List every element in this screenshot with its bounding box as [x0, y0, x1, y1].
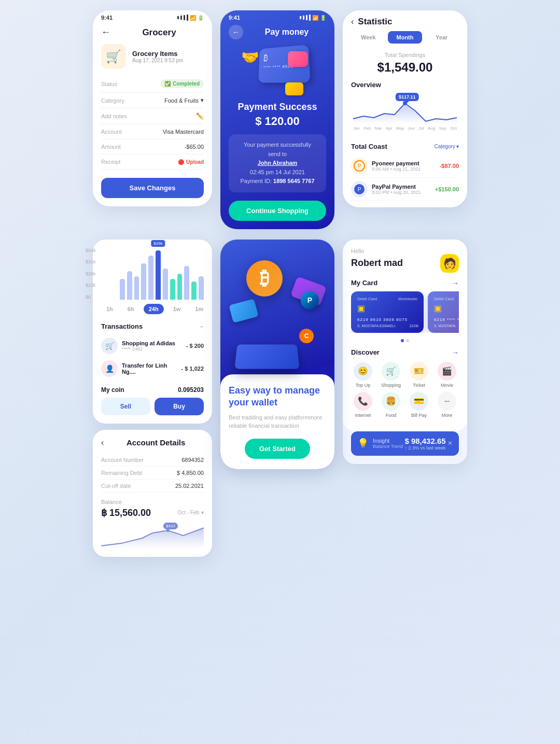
account-header: ‹ Account Details	[101, 438, 204, 447]
billpay-icon: 💳	[410, 392, 428, 411]
time-tab-1w[interactable]: 1w	[168, 304, 186, 314]
y-label-54k: $54k	[86, 248, 96, 253]
discover-billpay[interactable]: 💳 Bill Pay	[407, 392, 431, 418]
pyoneer-amount: -$87.00	[440, 163, 459, 169]
save-changes-button[interactable]: Save Changes	[101, 178, 204, 198]
total-spendings-amount: $1,549.00	[351, 60, 459, 75]
see-all-button[interactable]: →	[199, 324, 204, 329]
my-coin-value: 0.095203	[178, 386, 204, 394]
time-tab-1m[interactable]: 1m	[190, 304, 208, 314]
dashboard-name: Robert mad	[351, 258, 403, 269]
bar-tooltip: $26k	[151, 240, 165, 247]
continue-shopping-button[interactable]: Continue Shopping	[229, 201, 326, 221]
check-icon: ✅	[164, 81, 171, 87]
tab-year[interactable]: Year	[424, 31, 459, 44]
pay-info-text: Your payment successfully send to	[244, 142, 311, 157]
insight-info: Insight Balance Trend	[373, 438, 403, 449]
insight-change: ↑ 2.3% vs last week	[404, 445, 445, 451]
time-tab-24h[interactable]: 24h	[144, 304, 164, 314]
pay-money-screen: 9:41 📶 🔋 ← Pay money ₿ **** **** 4521	[220, 10, 334, 229]
signal-bar-3	[184, 15, 185, 20]
blue-platform	[234, 344, 299, 369]
more-icon: ···	[438, 392, 456, 411]
line-chart: $117.11 Jan Feb Mar Ap	[351, 93, 459, 134]
card-holder-2: S. MOSTAFA	[434, 324, 459, 328]
time-tab-1h[interactable]: 1h	[101, 304, 118, 314]
my-card-arrow[interactable]: →	[452, 279, 459, 287]
adidas-icon: 🛒	[101, 338, 118, 354]
discover-food[interactable]: 🍔 Food	[379, 392, 403, 418]
discover-topup[interactable]: 😊 Top Up	[351, 362, 375, 388]
wallet-tagline: Easy way to manage your wallet	[229, 385, 326, 409]
ticket-icon: 🎫	[410, 362, 428, 381]
card-chip-1: ▣	[357, 303, 417, 313]
tab-week[interactable]: Week	[351, 31, 386, 44]
balance-row: ฿ 15,560.00 Oct - Feb ▾	[101, 507, 204, 518]
bar-11	[191, 282, 197, 300]
pay-info-box: Your payment successfully send to John A…	[229, 134, 326, 192]
wifi-icon: 📶	[190, 15, 196, 21]
stat-title: Statistic	[358, 17, 392, 27]
grocery-item-date: Aug 17, 2021 9:53 pm	[132, 58, 183, 63]
discover-arrow[interactable]: →	[452, 348, 459, 357]
upload-badge[interactable]: 🔴 Upload	[178, 159, 204, 165]
back-arrow-icon[interactable]: ←	[101, 27, 110, 38]
category-value: Food & Fruits ▾	[164, 97, 204, 104]
account-back-icon[interactable]: ‹	[101, 438, 104, 447]
sell-button[interactable]: Sell	[101, 398, 150, 415]
get-started-button[interactable]: Get Started	[245, 439, 310, 459]
insight-bar[interactable]: 💡 Insight Balance Trend $ 98,432.65 ↑ 2.…	[351, 431, 459, 456]
discover-more[interactable]: ··· More	[435, 392, 459, 418]
dropdown-icon[interactable]: ▾	[201, 97, 204, 104]
category-row: Category Food & Fruits ▾	[101, 93, 204, 108]
bar-4	[141, 263, 146, 300]
chart-label-jan: Jan	[353, 126, 360, 131]
internet-icon: 📞	[354, 392, 372, 411]
insight-left: 💡 Insight Balance Trend	[357, 438, 403, 449]
adidas-amount: - $ 200	[186, 343, 204, 349]
pay-illustration: ₿ **** **** 4521 🤝	[246, 44, 309, 95]
bar-chart-wrapper: $54k $31k $26k $13k $0 $26k	[101, 248, 204, 300]
discover-internet[interactable]: 📞 Internet	[351, 392, 375, 418]
receipt-label: Receipt	[101, 159, 120, 165]
pay-success-title: Payment Success	[220, 102, 334, 113]
pink-card-3d	[288, 51, 308, 67]
buy-button[interactable]: Buy	[155, 398, 204, 415]
pay-3d-graphic: ₿ **** **** 4521 🤝	[246, 41, 309, 98]
discover-shopping[interactable]: 🛒 Shopping	[379, 362, 403, 388]
wifi-icon-pay: 📶	[312, 15, 318, 21]
my-coin-row: My coin 0.095203	[101, 386, 204, 394]
discover-ticket[interactable]: 🎫 Ticket	[407, 362, 431, 388]
transfer-name: Transfer for Linh Ng....	[122, 362, 177, 375]
stat-back-icon[interactable]: ‹	[351, 17, 354, 26]
balance-amount: ฿ 15,560.00	[101, 507, 151, 518]
mini-chart: $413	[101, 523, 204, 549]
paypal-coin: P	[301, 291, 319, 310]
amount-row: Amount -$65.00	[101, 139, 204, 155]
chart-label-mar: Mar	[375, 126, 382, 131]
billpay-label: Bill Pay	[411, 413, 427, 418]
edit-icon[interactable]: ✏️	[196, 113, 204, 120]
debit-card-1: Debit Card Worldwide ▣ 6219 8610 3806 80…	[351, 291, 424, 333]
insight-close-button[interactable]: ✕	[447, 440, 453, 447]
bar-2	[127, 271, 132, 300]
account-row: Account Visa Mastercard	[101, 124, 204, 139]
tab-month[interactable]: Month	[388, 31, 423, 44]
stat-header: ‹ Statistic	[343, 10, 467, 31]
pay-back-button[interactable]: ←	[229, 25, 243, 39]
adidas-name: Shopping at Adidas	[122, 340, 182, 346]
discover-movie[interactable]: 🎬 Movie	[435, 362, 459, 388]
shopping-icon: 🛒	[382, 362, 400, 381]
amount-value: -$65.00	[185, 144, 204, 150]
more-label: More	[442, 413, 453, 418]
category-filter-button[interactable]: Category ▾	[434, 144, 459, 149]
status-bar-grocery: 9:41 📶 🔋	[93, 10, 212, 23]
insight-amount-section: $ 98,432.65 ↑ 2.3% vs last week	[404, 437, 445, 451]
period-chevron[interactable]: ▾	[201, 510, 204, 515]
card-number-2: 6219 **** **** ****	[434, 317, 459, 322]
insight-label: Insight	[373, 438, 403, 444]
pyoneer-icon: P	[351, 158, 368, 174]
time-tab-6h[interactable]: 6h	[122, 304, 139, 314]
pyoneer-name: Pyoneer payment	[372, 160, 436, 166]
grocery-item-name: Grocery Items	[132, 50, 183, 58]
